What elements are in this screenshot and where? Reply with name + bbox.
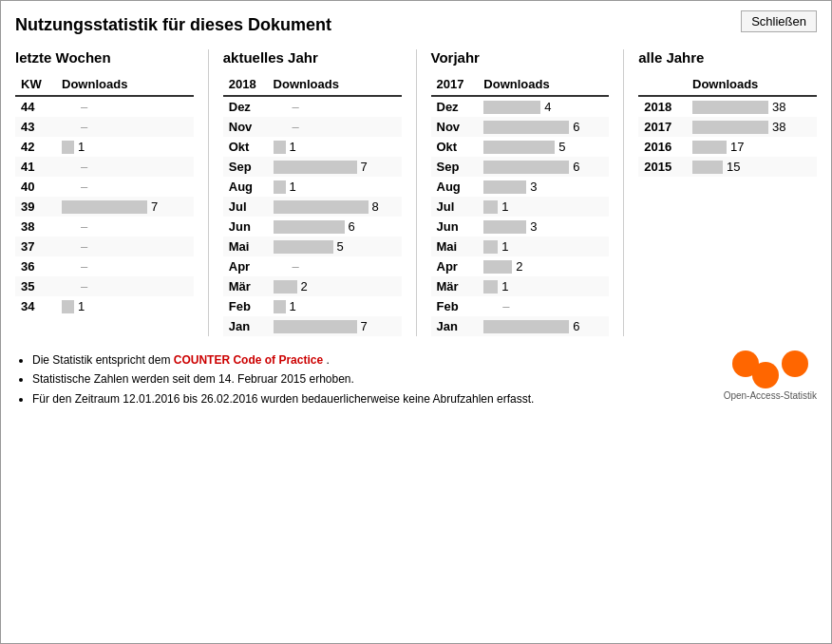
oas-circle-s bbox=[782, 350, 808, 377]
row-label: 38 bbox=[15, 217, 56, 237]
table-row: 40– bbox=[15, 177, 194, 197]
table-row: Feb1 bbox=[223, 296, 402, 316]
col-downloads-recent: Downloads bbox=[56, 73, 194, 96]
row-value: 1 bbox=[478, 276, 609, 296]
row-value: – bbox=[268, 256, 402, 276]
row-label: Apr bbox=[223, 256, 268, 276]
col-2018: 2018 bbox=[223, 73, 268, 96]
stats-wrapper: letzte Wochen KW Downloads 44–43–42141–4… bbox=[15, 49, 817, 336]
section-title-prev: Vorjahr bbox=[431, 49, 610, 66]
table-row: Sep6 bbox=[431, 157, 610, 177]
row-label: 42 bbox=[15, 137, 56, 157]
divider-3 bbox=[623, 49, 624, 336]
row-value: 1 bbox=[268, 137, 402, 157]
row-value: 6 bbox=[268, 217, 402, 237]
row-value: 3 bbox=[478, 217, 609, 237]
table-row: Mär1 bbox=[431, 276, 610, 296]
row-label: 43 bbox=[15, 117, 56, 137]
row-value: 1 bbox=[478, 237, 609, 256]
table-row: Dez– bbox=[223, 96, 402, 117]
row-label: Mär bbox=[223, 276, 268, 296]
row-value: – bbox=[56, 96, 194, 117]
table-row: 38– bbox=[15, 217, 194, 237]
table-row: Jul1 bbox=[431, 197, 610, 217]
section-title-all: alle Jahre bbox=[638, 49, 817, 66]
row-label: Jun bbox=[223, 217, 268, 237]
row-value: 6 bbox=[478, 316, 609, 336]
row-label: Jan bbox=[223, 316, 268, 336]
table-row: Jan7 bbox=[223, 316, 402, 336]
row-label: Nov bbox=[223, 117, 268, 137]
table-row: Mai1 bbox=[431, 237, 610, 256]
table-row: 201838 bbox=[638, 96, 817, 117]
row-label: 41 bbox=[15, 157, 56, 177]
table-row: 44– bbox=[15, 96, 194, 117]
row-label: 2018 bbox=[638, 96, 687, 117]
row-label: Jun bbox=[431, 217, 479, 237]
row-label: Sep bbox=[223, 157, 268, 177]
col-kw: KW bbox=[15, 73, 56, 96]
table-recent-weeks: KW Downloads 44–43–42141–40–39738–37–36–… bbox=[15, 73, 194, 316]
table-row: Apr– bbox=[223, 256, 402, 276]
row-value: 38 bbox=[687, 96, 817, 117]
col-downloads-all: Downloads bbox=[687, 73, 817, 96]
row-label: 36 bbox=[15, 256, 56, 276]
section-title-current: aktuelles Jahr bbox=[223, 49, 402, 66]
table-row: 35– bbox=[15, 276, 194, 296]
row-label: Feb bbox=[431, 296, 479, 316]
row-label: Sep bbox=[431, 157, 479, 177]
row-value: 6 bbox=[478, 157, 609, 177]
section-prev-year: Vorjahr 2017 Downloads Dez4Nov6Okt5Sep6A… bbox=[431, 49, 610, 336]
row-value: – bbox=[268, 117, 402, 137]
section-all-years: alle Jahre Downloads 2018382017382016172… bbox=[638, 49, 817, 177]
row-label: Feb bbox=[223, 296, 268, 316]
row-label: 2017 bbox=[638, 117, 687, 137]
row-value: – bbox=[56, 237, 194, 256]
table-row: Jan6 bbox=[431, 316, 610, 336]
row-value: – bbox=[56, 217, 194, 237]
row-value: – bbox=[268, 96, 402, 117]
table-row: Okt5 bbox=[431, 137, 610, 157]
row-label: Dez bbox=[431, 96, 479, 117]
row-value: – bbox=[56, 177, 194, 197]
row-label: 2016 bbox=[638, 137, 687, 157]
row-label: Dez bbox=[223, 96, 268, 117]
table-row: Sep7 bbox=[223, 157, 402, 177]
row-label: 34 bbox=[15, 296, 56, 316]
modal: Schließen Nutzungsstatistik für dieses D… bbox=[0, 0, 832, 644]
table-row: 41– bbox=[15, 157, 194, 177]
footer-bullet-1: Die Statistik entspricht dem COUNTER Cod… bbox=[32, 350, 534, 369]
table-row: Aug3 bbox=[431, 177, 610, 197]
row-value: – bbox=[56, 117, 194, 137]
row-label: Nov bbox=[431, 117, 479, 137]
divider-1 bbox=[208, 49, 209, 336]
table-row: 36– bbox=[15, 256, 194, 276]
row-value: 1 bbox=[56, 137, 194, 157]
row-value: 3 bbox=[478, 177, 609, 197]
row-value: 5 bbox=[268, 237, 402, 256]
row-value: – bbox=[56, 157, 194, 177]
row-value: 17 bbox=[687, 137, 817, 157]
table-row: 201617 bbox=[638, 137, 817, 157]
oas-text: Open-Access-Statistik bbox=[724, 390, 817, 401]
section-current-year: aktuelles Jahr 2018 Downloads Dez–Nov–Ok… bbox=[223, 49, 402, 336]
table-row: Mai5 bbox=[223, 237, 402, 256]
row-label: Jan bbox=[431, 316, 479, 336]
row-value: 7 bbox=[56, 197, 194, 217]
close-button[interactable]: Schließen bbox=[741, 10, 817, 32]
table-row: Aug1 bbox=[223, 177, 402, 197]
row-value: 5 bbox=[478, 137, 609, 157]
row-label: Mai bbox=[431, 237, 479, 256]
counter-link[interactable]: COUNTER Code of Practice bbox=[174, 353, 323, 367]
row-label: 37 bbox=[15, 237, 56, 256]
divider-2 bbox=[416, 49, 417, 336]
table-row: Okt1 bbox=[223, 137, 402, 157]
row-value: 8 bbox=[268, 197, 402, 217]
col-2017: 2017 bbox=[431, 73, 479, 96]
row-value: 1 bbox=[268, 296, 402, 316]
row-label: Mai bbox=[223, 237, 268, 256]
row-label: Okt bbox=[223, 137, 268, 157]
row-label: 40 bbox=[15, 177, 56, 197]
row-label: 44 bbox=[15, 96, 56, 117]
row-label: Okt bbox=[431, 137, 479, 157]
